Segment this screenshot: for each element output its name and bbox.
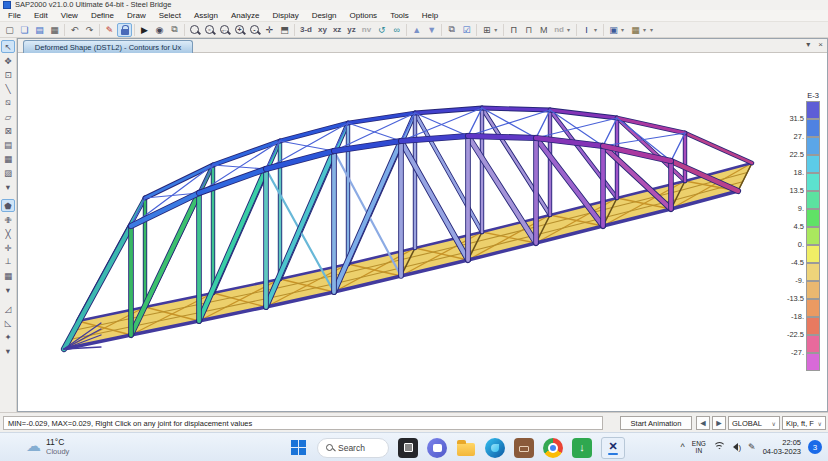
more-draw-dropdown-icon[interactable]: ▾ <box>1 180 15 193</box>
view-xy-button[interactable]: xy <box>315 23 330 37</box>
previous-zoom-icon[interactable]: ← <box>217 23 232 37</box>
menu-analyze[interactable]: Analyze <box>231 11 259 20</box>
draw-quick-frame-icon[interactable]: ⧅ <box>1 96 15 109</box>
menu-draw[interactable]: Draw <box>127 11 146 20</box>
coordinate-system-select[interactable]: GLOBAL∨ <box>728 416 780 430</box>
file-explorer-button[interactable] <box>456 438 476 458</box>
display-options-icon[interactable]: ☑ <box>459 23 474 37</box>
more-edit-dropdown-icon[interactable]: ▾ <box>1 344 15 357</box>
draw-poly-area-icon[interactable]: ⊠ <box>1 124 15 137</box>
move-up-list-icon[interactable]: ▲ <box>409 23 424 37</box>
new-model-icon[interactable]: ▢ <box>2 23 17 37</box>
snap-midpoints-icon[interactable]: ✛ <box>1 241 15 254</box>
snap-perpendicular-icon[interactable]: ⟂ <box>1 255 15 268</box>
reshape-object-icon[interactable]: ✥ <box>1 54 15 67</box>
frame-section-portal-icon[interactable]: Π <box>506 23 521 37</box>
chrome-browser-button[interactable] <box>543 438 563 458</box>
task-view-button[interactable] <box>398 438 418 458</box>
perspective-toggle-icon[interactable]: ⬒ <box>277 23 292 37</box>
view-3d-button[interactable]: 3-d <box>297 23 315 37</box>
design-display-icon[interactable]: ▣ <box>606 23 621 37</box>
start-animation-button[interactable]: Start Animation <box>620 416 692 430</box>
draw-quad-area-icon[interactable]: ▱ <box>1 110 15 123</box>
snap-grid-icon[interactable]: ▦ <box>1 269 15 282</box>
rubber-band-zoom-icon[interactable] <box>187 23 202 37</box>
quick-draw-wall-icon[interactable]: ▦ <box>1 152 15 165</box>
menu-view[interactable]: View <box>61 11 78 20</box>
refresh-window-icon[interactable]: ✎ <box>102 23 117 37</box>
print-icon[interactable]: ▦ <box>47 23 62 37</box>
menu-tools[interactable]: Tools <box>390 11 409 20</box>
snap-joints-icon[interactable]: ⬟ <box>1 199 15 212</box>
sap2000-taskbar-button[interactable]: ✕ <box>601 437 625 459</box>
move-down-list-icon[interactable]: ▼ <box>424 23 439 37</box>
zoom-out-icon[interactable]: - <box>247 23 262 37</box>
window-close-icon[interactable]: × <box>818 40 823 49</box>
language-indicator[interactable]: ENG IN <box>692 440 706 454</box>
ibeam-section-icon[interactable]: I <box>579 23 594 37</box>
draw-joint-icon[interactable]: ⊡ <box>1 68 15 81</box>
model-alive-icon[interactable]: ⧉ <box>167 23 182 37</box>
weather-widget[interactable]: ☁ 11°C Cloudy <box>26 436 69 456</box>
rotate-3d-view-icon[interactable]: ↺ <box>374 23 389 37</box>
menu-help[interactable]: Help <box>422 11 438 20</box>
draw-frame-icon[interactable]: ╲ <box>1 82 15 95</box>
start-button[interactable] <box>288 438 308 458</box>
snap-endpoints-icon[interactable]: ✙ <box>1 213 15 226</box>
notification-badge[interactable]: 3 <box>808 440 822 454</box>
units-select[interactable]: Kip, ft, F∨ <box>782 416 826 430</box>
office-app-button[interactable] <box>514 438 534 458</box>
more-snap-dropdown-icon[interactable]: ▾ <box>1 283 15 296</box>
quick-draw-area-icon[interactable]: ▤ <box>1 138 15 151</box>
menu-design[interactable]: Design <box>312 11 337 20</box>
frame-nd-button[interactable]: nd <box>551 23 567 37</box>
menu-display[interactable]: Display <box>272 11 298 20</box>
menu-file[interactable]: File <box>8 11 21 20</box>
zoom-in-icon[interactable]: + <box>232 23 247 37</box>
undo-icon[interactable]: ↶ <box>67 23 82 37</box>
window-collapse-icon[interactable]: ▾ <box>806 40 810 49</box>
search-box[interactable]: Search <box>317 438 389 458</box>
view-yz-button[interactable]: yz <box>344 23 358 37</box>
wifi-icon[interactable] <box>713 442 726 453</box>
frame-section-truss-icon[interactable]: M <box>536 23 551 37</box>
shrink-objects-icon[interactable]: ⧉ <box>444 23 459 37</box>
model-canvas[interactable]: E-3 31.527.22.518.13.59.4.50.-4.5-9.-13.… <box>18 53 827 411</box>
tray-chevron-icon[interactable]: ^ <box>681 442 685 452</box>
dropdown[interactable]: ▾ <box>621 26 628 33</box>
pen-icon[interactable]: ✎ <box>748 442 756 452</box>
dropdown[interactable]: ▾ <box>567 26 574 33</box>
assign-grid-icon[interactable]: ⊞ <box>479 23 494 37</box>
view-xz-button[interactable]: xz <box>330 23 344 37</box>
menu-edit[interactable]: Edit <box>34 11 48 20</box>
menu-options[interactable]: Options <box>350 11 378 20</box>
frame-section-brace-icon[interactable]: ⊓ <box>521 23 536 37</box>
dropdown[interactable]: ▾ <box>594 26 601 33</box>
lock-model-icon[interactable] <box>117 23 132 37</box>
previous-step-button[interactable]: ◄ <box>696 416 710 430</box>
clock-widget[interactable]: 22:05 04-03-2023 <box>763 438 801 456</box>
run-analysis-icon[interactable]: ▶ <box>137 23 152 37</box>
dropdown[interactable]: ▾ <box>494 26 501 33</box>
select-pointer-icon[interactable]: ↖ <box>1 40 15 53</box>
merge-joints-icon[interactable]: ✦ <box>1 330 15 343</box>
chat-button[interactable] <box>427 438 447 458</box>
draw-section-cut-icon[interactable]: ▨ <box>1 166 15 179</box>
volume-icon[interactable]: ) <box>733 443 741 452</box>
next-step-button[interactable]: ► <box>712 416 726 430</box>
view-tab[interactable]: Deformed Shape (DSTL2) - Contours for Ux <box>23 40 193 53</box>
view-nv-button[interactable]: nv <box>359 23 374 37</box>
table-display-icon[interactable]: ▦ <box>628 23 643 37</box>
dropdown[interactable]: ▾ <box>650 26 657 33</box>
snap-intersections-icon[interactable]: ╳ <box>1 227 15 240</box>
menu-select[interactable]: Select <box>159 11 181 20</box>
save-icon[interactable]: ▤ <box>32 23 47 37</box>
dropdown[interactable]: ▾ <box>643 26 650 33</box>
object-viewer-icon[interactable]: ∞ <box>389 23 404 37</box>
menu-define[interactable]: Define <box>91 11 114 20</box>
download-manager-button[interactable]: ↓ <box>572 438 592 458</box>
open-file-icon[interactable]: ❏ <box>17 23 32 37</box>
divide-frames-icon[interactable]: ◿ <box>1 302 15 315</box>
pan-icon[interactable]: ✛ <box>262 23 277 37</box>
restore-full-view-icon[interactable]: ▫ <box>202 23 217 37</box>
